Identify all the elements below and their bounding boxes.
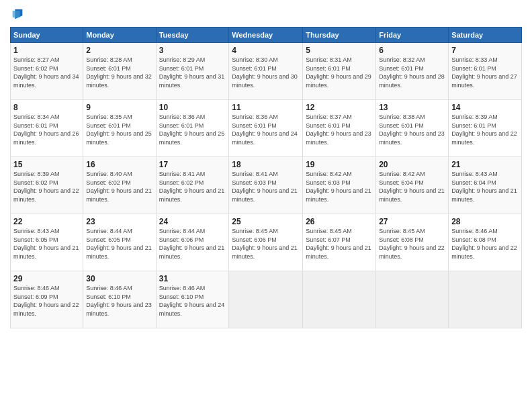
calendar-cell: 16 Sunrise: 8:40 AM Sunset: 6:02 PM Dayl… [83, 157, 156, 214]
calendar-cell: 2 Sunrise: 8:28 AM Sunset: 6:01 PM Dayli… [83, 43, 156, 100]
day-info: Sunrise: 8:27 AM Sunset: 6:02 PM Dayligh… [13, 56, 80, 89]
calendar-cell: 18 Sunrise: 8:41 AM Sunset: 6:03 PM Dayl… [229, 157, 303, 214]
calendar-cell: 7 Sunrise: 8:33 AM Sunset: 6:01 PM Dayli… [449, 43, 522, 100]
calendar-header-row: SundayMondayTuesdayWednesdayThursdayFrid… [11, 28, 522, 43]
day-number: 2 [86, 46, 152, 55]
calendar-cell: 30 Sunrise: 8:46 AM Sunset: 6:10 PM Dayl… [83, 271, 156, 328]
calendar-cell: 6 Sunrise: 8:32 AM Sunset: 6:01 PM Dayli… [376, 43, 449, 100]
calendar-cell: 19 Sunrise: 8:42 AM Sunset: 6:03 PM Dayl… [303, 157, 376, 214]
day-info: Sunrise: 8:45 AM Sunset: 6:08 PM Dayligh… [379, 227, 445, 261]
calendar-cell: 5 Sunrise: 8:31 AM Sunset: 6:01 PM Dayli… [303, 43, 376, 100]
generalblue-logo-icon [10, 7, 25, 21]
day-info: Sunrise: 8:36 AM Sunset: 6:01 PM Dayligh… [159, 113, 226, 146]
day-info: Sunrise: 8:33 AM Sunset: 6:01 PM Dayligh… [451, 56, 519, 89]
calendar-cell: 20 Sunrise: 8:42 AM Sunset: 6:04 PM Dayl… [376, 157, 449, 214]
weekday-header-tuesday: Tuesday [156, 28, 229, 43]
calendar-cell [449, 271, 522, 328]
day-info: Sunrise: 8:44 AM Sunset: 6:06 PM Dayligh… [159, 227, 226, 261]
day-number: 15 [13, 160, 80, 169]
calendar-week-row: 1 Sunrise: 8:27 AM Sunset: 6:02 PM Dayli… [11, 43, 522, 100]
day-number: 21 [451, 160, 519, 169]
day-info: Sunrise: 8:43 AM Sunset: 6:05 PM Dayligh… [13, 227, 80, 261]
day-number: 10 [159, 103, 226, 112]
day-info: Sunrise: 8:46 AM Sunset: 6:10 PM Dayligh… [159, 284, 226, 318]
day-info: Sunrise: 8:36 AM Sunset: 6:01 PM Dayligh… [232, 113, 300, 146]
day-info: Sunrise: 8:37 AM Sunset: 6:01 PM Dayligh… [306, 113, 373, 146]
day-info: Sunrise: 8:31 AM Sunset: 6:01 PM Dayligh… [306, 56, 373, 89]
header [10, 7, 522, 21]
weekday-header-saturday: Saturday [449, 28, 522, 43]
day-info: Sunrise: 8:45 AM Sunset: 6:06 PM Dayligh… [232, 227, 300, 261]
calendar-cell: 14 Sunrise: 8:39 AM Sunset: 6:01 PM Dayl… [449, 100, 522, 157]
calendar-cell: 10 Sunrise: 8:36 AM Sunset: 6:01 PM Dayl… [156, 100, 229, 157]
day-info: Sunrise: 8:38 AM Sunset: 6:01 PM Dayligh… [379, 113, 445, 146]
day-number: 1 [13, 46, 80, 55]
calendar-cell: 25 Sunrise: 8:45 AM Sunset: 6:06 PM Dayl… [229, 214, 303, 271]
day-number: 20 [379, 160, 445, 169]
day-info: Sunrise: 8:29 AM Sunset: 6:01 PM Dayligh… [159, 56, 226, 89]
calendar-cell: 27 Sunrise: 8:45 AM Sunset: 6:08 PM Dayl… [376, 214, 449, 271]
day-number: 5 [306, 46, 373, 55]
calendar-cell: 8 Sunrise: 8:34 AM Sunset: 6:01 PM Dayli… [11, 100, 83, 157]
svg-marker-1 [13, 11, 20, 17]
day-info: Sunrise: 8:40 AM Sunset: 6:02 PM Dayligh… [86, 170, 152, 203]
day-info: Sunrise: 8:35 AM Sunset: 6:01 PM Dayligh… [86, 113, 152, 146]
day-number: 22 [13, 217, 80, 226]
calendar-cell: 12 Sunrise: 8:37 AM Sunset: 6:01 PM Dayl… [303, 100, 376, 157]
weekday-header-monday: Monday [83, 28, 156, 43]
day-info: Sunrise: 8:41 AM Sunset: 6:02 PM Dayligh… [159, 170, 226, 203]
calendar-cell: 3 Sunrise: 8:29 AM Sunset: 6:01 PM Dayli… [156, 43, 229, 100]
calendar-cell: 31 Sunrise: 8:46 AM Sunset: 6:10 PM Dayl… [156, 271, 229, 328]
calendar-cell [376, 271, 449, 328]
day-info: Sunrise: 8:42 AM Sunset: 6:04 PM Dayligh… [379, 170, 445, 203]
day-number: 23 [86, 217, 152, 226]
day-number: 12 [306, 103, 373, 112]
calendar-week-row: 29 Sunrise: 8:46 AM Sunset: 6:09 PM Dayl… [11, 271, 522, 328]
weekday-header-wednesday: Wednesday [229, 28, 303, 43]
calendar-week-row: 22 Sunrise: 8:43 AM Sunset: 6:05 PM Dayl… [11, 214, 522, 271]
calendar-cell: 17 Sunrise: 8:41 AM Sunset: 6:02 PM Dayl… [156, 157, 229, 214]
day-number: 16 [86, 160, 152, 169]
calendar-cell: 15 Sunrise: 8:39 AM Sunset: 6:02 PM Dayl… [11, 157, 83, 214]
day-number: 24 [159, 217, 226, 226]
day-number: 17 [159, 160, 226, 169]
day-number: 3 [159, 46, 226, 55]
day-number: 18 [232, 160, 300, 169]
weekday-header-sunday: Sunday [11, 28, 83, 43]
calendar-cell: 26 Sunrise: 8:45 AM Sunset: 6:07 PM Dayl… [303, 214, 376, 271]
day-number: 25 [232, 217, 300, 226]
day-number: 28 [451, 217, 519, 226]
day-info: Sunrise: 8:39 AM Sunset: 6:02 PM Dayligh… [13, 170, 80, 203]
day-info: Sunrise: 8:28 AM Sunset: 6:01 PM Dayligh… [86, 56, 152, 89]
calendar-cell [303, 271, 376, 328]
weekday-header-thursday: Thursday [303, 28, 376, 43]
calendar-table: SundayMondayTuesdayWednesdayThursdayFrid… [10, 27, 522, 328]
logo [10, 7, 28, 21]
calendar-cell: 9 Sunrise: 8:35 AM Sunset: 6:01 PM Dayli… [83, 100, 156, 157]
day-number: 9 [86, 103, 152, 112]
calendar-cell: 22 Sunrise: 8:43 AM Sunset: 6:05 PM Dayl… [11, 214, 83, 271]
day-info: Sunrise: 8:43 AM Sunset: 6:04 PM Dayligh… [451, 170, 519, 203]
calendar-cell: 24 Sunrise: 8:44 AM Sunset: 6:06 PM Dayl… [156, 214, 229, 271]
day-info: Sunrise: 8:46 AM Sunset: 6:09 PM Dayligh… [13, 284, 80, 318]
day-number: 29 [13, 274, 80, 283]
day-info: Sunrise: 8:46 AM Sunset: 6:10 PM Dayligh… [86, 284, 152, 318]
calendar-cell: 29 Sunrise: 8:46 AM Sunset: 6:09 PM Dayl… [11, 271, 83, 328]
day-number: 14 [451, 103, 519, 112]
day-number: 13 [379, 103, 445, 112]
calendar-cell: 11 Sunrise: 8:36 AM Sunset: 6:01 PM Dayl… [229, 100, 303, 157]
day-number: 30 [86, 274, 152, 283]
day-number: 19 [306, 160, 373, 169]
weekday-header-friday: Friday [376, 28, 449, 43]
day-info: Sunrise: 8:32 AM Sunset: 6:01 PM Dayligh… [379, 56, 445, 89]
calendar-cell [229, 271, 303, 328]
day-number: 26 [306, 217, 373, 226]
calendar-cell: 4 Sunrise: 8:30 AM Sunset: 6:01 PM Dayli… [229, 43, 303, 100]
calendar-week-row: 8 Sunrise: 8:34 AM Sunset: 6:01 PM Dayli… [11, 100, 522, 157]
day-number: 4 [232, 46, 300, 55]
calendar-cell: 13 Sunrise: 8:38 AM Sunset: 6:01 PM Dayl… [376, 100, 449, 157]
calendar-cell: 21 Sunrise: 8:43 AM Sunset: 6:04 PM Dayl… [449, 157, 522, 214]
day-info: Sunrise: 8:46 AM Sunset: 6:08 PM Dayligh… [451, 227, 519, 261]
calendar-cell: 23 Sunrise: 8:44 AM Sunset: 6:05 PM Dayl… [83, 214, 156, 271]
day-info: Sunrise: 8:39 AM Sunset: 6:01 PM Dayligh… [451, 113, 519, 146]
